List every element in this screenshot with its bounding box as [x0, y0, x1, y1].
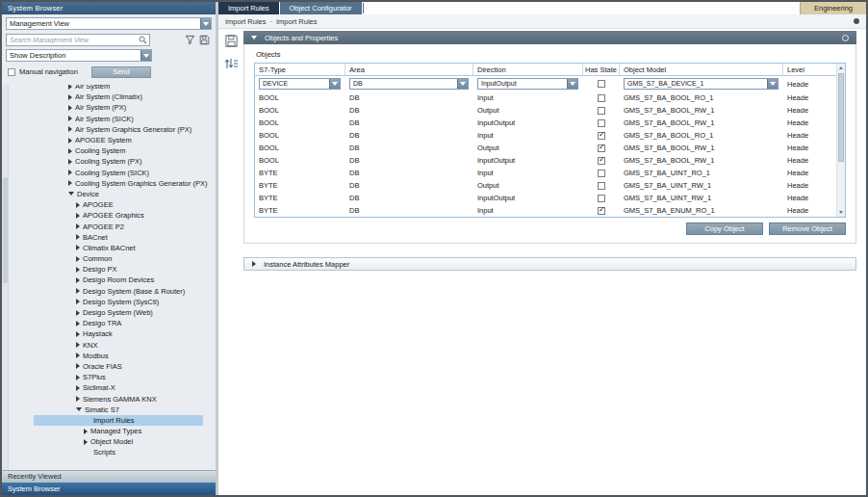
panel-options-icon[interactable] — [842, 35, 849, 41]
has-state-checkbox[interactable] — [598, 119, 605, 127]
direction-dropdown[interactable]: InputOutput — [477, 78, 578, 90]
tree-item-climatix-bacnet[interactable]: Climatix BACnet — [11, 243, 216, 253]
collapsed-arrow-icon[interactable] — [76, 353, 80, 358]
area-dropdown[interactable]: DB — [349, 78, 469, 90]
collapsed-arrow-icon[interactable] — [68, 159, 72, 165]
tree-item-import-rules[interactable]: Import Rules — [11, 415, 216, 426]
manual-navigation-checkbox[interactable] — [8, 68, 15, 76]
collapsed-arrow-icon[interactable] — [76, 299, 80, 304]
collapsed-arrow-icon[interactable] — [68, 170, 72, 175]
tree-item-air-system[interactable]: Air System — [11, 85, 216, 92]
table-row[interactable]: BOOLDBOutputGMS_S7_BA_BOOL_RW_1Heade — [255, 142, 836, 154]
table-scrollbar[interactable] — [836, 64, 845, 217]
s7-type-dropdown[interactable]: DEVICE — [259, 78, 341, 90]
has-state-checkbox[interactable] — [598, 157, 605, 165]
tree-item-s7plus[interactable]: S7Plus — [11, 372, 216, 382]
save-button[interactable] — [224, 34, 239, 48]
collapsed-arrow-icon[interactable] — [84, 429, 88, 434]
object-model-dropdown[interactable]: GMS_S7_BA_DEVICE_1 — [624, 78, 779, 90]
tree-item-simatic-s7[interactable]: Simatic S7 — [11, 405, 216, 415]
column-header-s7-type[interactable]: S7-Type — [255, 64, 345, 75]
collapsed-arrow-icon[interactable] — [76, 245, 80, 250]
tree-item-cooling-system[interactable]: Cooling System — [11, 145, 216, 156]
tree-item-desigo-px[interactable]: Desigo PX — [11, 264, 216, 275]
engineering-mode-badge[interactable]: Engineering — [800, 2, 866, 14]
collapsed-arrow-icon[interactable] — [76, 396, 80, 402]
tree-item-cooling-system-sick[interactable]: Cooling System (SICK) — [11, 168, 216, 178]
send-button[interactable]: Send — [91, 66, 151, 78]
collapsed-arrow-icon[interactable] — [76, 288, 80, 294]
table-row[interactable]: BOOLDBInputGMS_S7_BA_BOOL_RO_1Heade — [255, 129, 836, 142]
tree-item-managed-types[interactable]: Managed Types — [11, 426, 216, 436]
expanded-arrow-icon[interactable] — [68, 192, 74, 196]
collapsed-arrow-icon[interactable] — [68, 126, 72, 132]
recently-viewed-header[interactable]: Recently Viewed — [2, 470, 216, 483]
system-browser-tab[interactable]: System Browser — [2, 483, 216, 495]
has-state-checkbox[interactable] — [598, 94, 605, 102]
filter-icon[interactable] — [183, 35, 196, 45]
remove-object-button[interactable]: Remove Object — [769, 222, 846, 235]
table-row[interactable]: BOOLDBInputGMS_S7_BA_BOOL_RO_1Heade — [255, 92, 836, 104]
tree-item-desigo-room-devices[interactable]: Desigo Room Devices — [11, 275, 216, 285]
tree-item-desigo-system-sysctl[interactable]: Desigo System (SysCtl) — [11, 297, 216, 307]
tree-item-cooling-system-graphics-generator-px[interactable]: Cooling System Graphics Generator (PX) — [11, 178, 216, 189]
tree-item-haystack[interactable]: Haystack — [11, 328, 216, 339]
collapsed-arrow-icon[interactable] — [68, 138, 72, 144]
tree-item-object-model[interactable]: Object Model — [11, 436, 216, 447]
tree-item-scripts[interactable]: Scripts — [11, 447, 216, 458]
collapsed-arrow-icon[interactable] — [68, 148, 72, 154]
collapsed-arrow-icon[interactable] — [76, 321, 80, 327]
table-row[interactable]: BYTEDBOutputGMS_S7_BA_UINT_RW_1Heade — [255, 179, 836, 192]
has-state-checkbox[interactable] — [598, 107, 605, 115]
tree-item-air-system-px[interactable]: Air System (PX) — [11, 102, 216, 113]
collapsed-arrow-icon[interactable] — [76, 310, 80, 316]
tree-item-apogee-system[interactable]: APOGEE System — [11, 135, 216, 145]
tree-item-common[interactable]: Common — [11, 253, 216, 264]
tree-item-knx[interactable]: KNX — [11, 340, 216, 351]
table-row[interactable]: BOOLDBInputOutputGMS_S7_BA_BOOL_RW_1Head… — [255, 154, 836, 167]
instance-attributes-mapper-header[interactable]: Instance Attributes Mapper — [243, 257, 856, 271]
scrollbar-thumb[interactable] — [3, 177, 8, 283]
table-row[interactable]: BOOLDBInputOutputGMS_S7_BA_BOOL_RW_1Head… — [255, 117, 836, 129]
has-state-checkbox[interactable] — [598, 207, 605, 215]
tree-item-cooling-system-px[interactable]: Cooling System (PX) — [11, 156, 216, 167]
collapsed-arrow-icon[interactable] — [76, 234, 80, 240]
column-header-direction[interactable]: Direction — [473, 64, 583, 75]
scrollbar-thumb[interactable] — [838, 73, 844, 162]
collapsed-arrow-icon[interactable] — [68, 116, 72, 121]
save-view-icon[interactable] — [196, 35, 212, 45]
tree-item-bacnet[interactable]: BACnet — [11, 232, 216, 243]
tree-item-apogee-graphics[interactable]: APOGEE Graphics — [11, 210, 216, 221]
collapsed-arrow-icon[interactable] — [76, 375, 80, 380]
objects-properties-header[interactable]: Objects and Properties — [243, 31, 856, 44]
tree-item-siemens-gamma-knx[interactable]: Siemens GAMMA KNX — [11, 393, 216, 404]
collapsed-arrow-icon[interactable] — [68, 85, 72, 90]
collapsed-arrow-icon[interactable] — [76, 267, 80, 273]
view-mode-dropdown[interactable]: Management View — [6, 17, 212, 30]
collapsed-arrow-icon[interactable] — [76, 202, 80, 208]
search-input[interactable] — [7, 35, 137, 45]
expanded-arrow-icon[interactable] — [76, 407, 82, 411]
has-state-checkbox[interactable] — [598, 195, 605, 202]
tab-object-configurator[interactable]: Object Configurator — [280, 2, 362, 14]
collapsed-arrow-icon[interactable] — [76, 363, 80, 369]
tree-item-apogee-p2[interactable]: APOGEE P2 — [11, 221, 216, 231]
tree-item-modbus[interactable]: Modbus — [11, 351, 216, 361]
column-mapping-button[interactable] — [223, 56, 239, 71]
has-state-checkbox[interactable] — [598, 132, 605, 140]
tree-item-air-system-sick[interactable]: Air System (SICK) — [11, 114, 216, 124]
collapsed-arrow-icon[interactable] — [68, 105, 72, 111]
tree-item-desigo-system-web[interactable]: Desigo System (Web) — [11, 307, 216, 318]
collapsed-arrow-icon[interactable] — [84, 439, 88, 445]
tree-scrollbar[interactable] — [2, 85, 9, 470]
collapsed-arrow-icon[interactable] — [76, 331, 80, 337]
tree-item-device[interactable]: Device — [11, 189, 216, 199]
tree-item-air-system-graphics-generator-px[interactable]: Air System Graphics Generator (PX) — [11, 124, 216, 135]
scroll-down-icon[interactable] — [837, 208, 845, 217]
tree-item-oracle-fias[interactable]: Oracle FIAS — [11, 361, 216, 372]
collapsed-arrow-icon[interactable] — [76, 342, 80, 348]
has-state-checkbox[interactable] — [598, 170, 605, 177]
editor-has-state-checkbox[interactable] — [598, 80, 605, 88]
tree-item-desigo-tra[interactable]: Desigo TRA — [11, 318, 216, 328]
copy-object-button[interactable]: Copy Object — [686, 222, 763, 235]
